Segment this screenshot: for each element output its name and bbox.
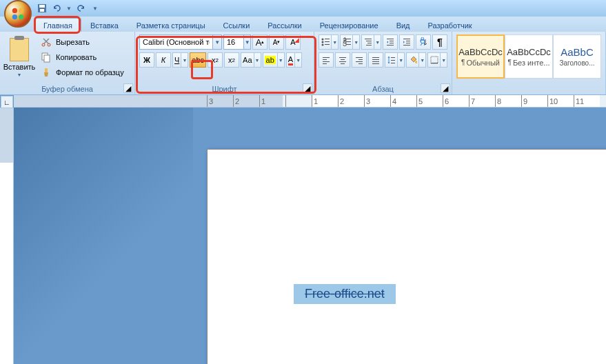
grow-font-button[interactable]: A▴ bbox=[252, 34, 267, 50]
style-no-spacing[interactable]: AaBbCcDc ¶ Без инте... bbox=[505, 34, 553, 79]
borders-icon bbox=[430, 55, 438, 65]
brush-icon bbox=[41, 67, 52, 78]
tab-home[interactable]: Главная bbox=[34, 18, 81, 32]
tab-selector[interactable]: ∟ bbox=[1, 96, 13, 108]
svg-rect-44 bbox=[339, 61, 346, 62]
highlight-button[interactable]: ab▼ bbox=[263, 52, 285, 68]
align-right-button[interactable] bbox=[352, 52, 367, 68]
group-font: ▼ ▼ A▴ A▾ A◢ Ж К Ч▼ abc x2 x2 Aa▼ ab▼ A▼… bbox=[135, 32, 314, 94]
chevron-down-icon[interactable]: ▼ bbox=[212, 35, 221, 49]
svg-rect-15 bbox=[325, 41, 330, 42]
numbering-icon: 123 bbox=[342, 37, 351, 47]
svg-rect-45 bbox=[341, 63, 345, 64]
style-preview: AaBbCcDc bbox=[507, 47, 551, 57]
increase-indent-button[interactable] bbox=[399, 34, 414, 50]
bold-button[interactable]: Ж bbox=[139, 52, 154, 68]
italic-button[interactable]: К bbox=[156, 52, 171, 68]
paste-button[interactable]: Вставить ▼ bbox=[4, 34, 34, 80]
ribbon: Вставить ▼ Вырезать Копировать Формат по… bbox=[0, 32, 606, 95]
svg-point-57 bbox=[415, 61, 417, 63]
selected-text[interactable]: Free-office.net bbox=[294, 284, 396, 304]
font-size-combo[interactable]: ▼ bbox=[223, 34, 251, 50]
svg-rect-27 bbox=[366, 45, 372, 46]
subscript-button[interactable]: x2 bbox=[208, 52, 223, 68]
cut-label: Вырезать bbox=[56, 38, 90, 46]
numbering-button[interactable]: 123▼ bbox=[340, 34, 360, 50]
copy-button[interactable]: Копировать bbox=[36, 50, 129, 65]
format-painter-button[interactable]: Формат по образцу bbox=[36, 65, 129, 80]
svg-text:Я: Я bbox=[420, 39, 425, 47]
tab-insert[interactable]: Вставка bbox=[81, 18, 128, 32]
ruler-tick: 2 bbox=[233, 95, 259, 107]
svg-rect-46 bbox=[356, 57, 363, 58]
document-canvas[interactable]: Free-office.net bbox=[14, 108, 606, 364]
font-dialog-launcher[interactable]: ◢ bbox=[303, 83, 312, 93]
strikethrough-button[interactable]: abc bbox=[190, 52, 206, 68]
tab-developer[interactable]: Разработчик bbox=[419, 18, 481, 32]
tab-review[interactable]: Рецензирование bbox=[311, 18, 387, 32]
font-color-button[interactable]: A▼ bbox=[286, 52, 302, 68]
shrink-font-button[interactable]: A▾ bbox=[269, 34, 284, 50]
tab-view[interactable]: Вид bbox=[387, 18, 419, 32]
shading-button[interactable]: ▼ bbox=[406, 52, 426, 68]
ruler-tick: 7 bbox=[469, 95, 495, 107]
svg-text:3: 3 bbox=[343, 39, 347, 47]
clipboard-dialog-launcher[interactable]: ◢ bbox=[123, 83, 133, 93]
font-name-input[interactable] bbox=[140, 38, 212, 46]
svg-rect-25 bbox=[366, 41, 372, 41]
bullets-button[interactable]: ▼ bbox=[319, 34, 339, 50]
style-name: ¶ Без инте... bbox=[508, 59, 550, 67]
svg-rect-47 bbox=[358, 59, 363, 60]
svg-rect-38 bbox=[323, 57, 330, 58]
copy-icon bbox=[41, 52, 52, 63]
style-normal[interactable]: AaBbCcDc ¶ Обычный bbox=[456, 34, 505, 79]
svg-point-16 bbox=[322, 44, 324, 46]
show-marks-button[interactable]: ¶ bbox=[432, 34, 447, 50]
watermark: FREE-OFFICE.NET bbox=[502, 345, 598, 358]
svg-rect-54 bbox=[391, 57, 395, 58]
svg-rect-59 bbox=[431, 63, 438, 63]
svg-rect-49 bbox=[358, 63, 363, 64]
format-painter-label: Формат по образцу bbox=[56, 68, 124, 77]
cut-button[interactable]: Вырезать bbox=[36, 34, 129, 50]
ruler-tick: 11 bbox=[574, 95, 600, 107]
align-left-button[interactable] bbox=[319, 52, 334, 68]
clear-formatting-button[interactable]: A◢ bbox=[285, 34, 301, 50]
ruler-tick bbox=[285, 95, 312, 107]
undo-icon[interactable] bbox=[51, 2, 63, 14]
svg-rect-10 bbox=[44, 55, 50, 62]
save-icon[interactable] bbox=[36, 2, 48, 14]
svg-rect-52 bbox=[372, 61, 379, 62]
svg-rect-53 bbox=[372, 63, 379, 64]
multilevel-list-button[interactable]: ▼ bbox=[361, 34, 381, 50]
redo-icon[interactable] bbox=[74, 2, 87, 14]
justify-icon bbox=[371, 55, 381, 65]
change-case-button[interactable]: Aa▼ bbox=[241, 52, 261, 68]
tab-page-layout[interactable]: Разметка страницы bbox=[128, 18, 214, 32]
svg-rect-23 bbox=[346, 44, 351, 45]
svg-rect-29 bbox=[390, 41, 394, 41]
office-button[interactable] bbox=[4, 0, 32, 28]
ruler-tick: 10 bbox=[547, 95, 574, 107]
font-name-combo[interactable]: ▼ bbox=[139, 34, 222, 50]
decrease-indent-button[interactable] bbox=[383, 34, 398, 50]
bucket-icon bbox=[408, 55, 417, 65]
underline-button[interactable]: Ч▼ bbox=[172, 52, 188, 68]
borders-button[interactable]: ▼ bbox=[427, 52, 447, 68]
align-center-button[interactable] bbox=[335, 52, 350, 68]
tab-references[interactable]: Ссылки bbox=[214, 18, 259, 32]
superscript-button[interactable]: x2 bbox=[224, 52, 239, 68]
font-size-input[interactable] bbox=[224, 38, 243, 46]
style-heading1[interactable]: AaBbC Заголово... bbox=[553, 34, 601, 79]
svg-point-3 bbox=[19, 14, 23, 19]
chevron-down-icon[interactable]: ▼ bbox=[243, 35, 250, 49]
justify-button[interactable] bbox=[368, 52, 383, 68]
svg-rect-48 bbox=[356, 61, 363, 62]
tab-mailings[interactable]: Рассылки bbox=[259, 18, 310, 32]
sort-button[interactable]: AЯ bbox=[416, 34, 431, 50]
svg-rect-42 bbox=[339, 57, 346, 58]
paragraph-dialog-launcher[interactable]: ◢ bbox=[441, 83, 450, 93]
page[interactable]: Free-office.net bbox=[207, 149, 606, 364]
line-spacing-icon bbox=[387, 55, 396, 65]
line-spacing-button[interactable]: ▼ bbox=[385, 52, 405, 68]
